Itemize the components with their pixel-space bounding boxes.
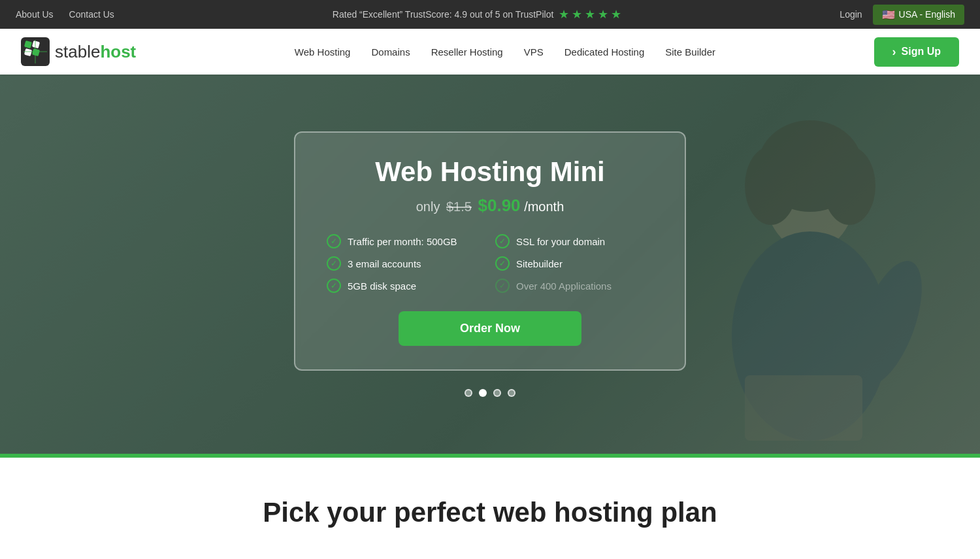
promo-card: Web Hosting Mini only $1.5 $0.90 /month … [294,131,686,371]
flag-icon: 🇺🇸 [882,8,895,21]
below-fold-section: Pick your perfect web hosting plan [0,458,980,549]
star-4: ★ [598,7,608,22]
nav-dedicated-hosting[interactable]: Dedicated Hosting [564,46,645,58]
carousel-dots [465,389,515,397]
hero-section: Web Hosting Mini only $1.5 $0.90 /month … [0,75,980,454]
order-now-button[interactable]: Order Now [399,311,581,346]
feature-email-text: 3 email accounts [348,258,421,269]
feature-diskspace-text: 5GB disk space [348,280,416,292]
dot-4[interactable] [508,389,515,397]
dot-2[interactable] [479,389,487,397]
star-2: ★ [572,7,582,22]
nav-web-hosting[interactable]: Web Hosting [295,46,351,58]
nav-links: Web Hosting Domains Reseller Hosting VPS… [295,46,715,58]
check-icon-sitebuilder: ✓ [495,256,510,271]
feature-ssl-text: SSL for your domain [516,236,605,247]
feature-apps-text: Over 400 Applications [516,280,612,292]
promo-title: Web Hosting Mini [327,156,653,188]
new-price: $0.90 [478,195,520,215]
lang-label: USA - English [899,9,955,20]
logo-icon [21,37,50,66]
feature-ssl: ✓ SSL for your domain [495,234,653,248]
star-1: ★ [559,7,569,22]
feature-traffic: ✓ Traffic per month: 500GB [327,234,485,248]
star-3: ★ [585,7,595,22]
dot-3[interactable] [493,389,501,397]
promo-pricing: only $1.5 $0.90 /month [327,195,653,216]
dot-1[interactable] [465,389,472,397]
feature-traffic-text: Traffic per month: 500GB [348,236,457,247]
features-list: ✓ Traffic per month: 500GB ✓ SSL for you… [327,234,653,293]
chevron-right-icon: › [892,45,896,59]
check-icon-diskspace: ✓ [327,279,341,293]
feature-sitebuilder-text: Sitebuilder [516,258,563,269]
top-bar: About Us Contact Us Rated “Excellent” Tr… [0,0,980,29]
top-bar-right: Login 🇺🇸 USA - English [840,5,964,25]
nav-domains[interactable]: Domains [371,46,410,58]
check-icon-ssl: ✓ [495,234,510,248]
star-5: ★ [611,7,621,22]
star-rating: ★ ★ ★ ★ ★ [559,7,621,22]
only-label: only [416,199,440,214]
main-nav: stablehost Web Hosting Domains Reseller … [0,29,980,75]
check-icon-apps: ✓ [495,279,510,293]
check-icon-email: ✓ [327,256,341,271]
signup-button[interactable]: › Sign Up [874,37,959,67]
logo-text: stablehost [55,42,136,62]
login-link[interactable]: Login [840,9,862,20]
per-month-label: /month [524,199,564,214]
top-bar-links: About Us Contact Us [16,9,114,20]
logo[interactable]: stablehost [21,37,136,66]
feature-diskspace: ✓ 5GB disk space [327,279,485,293]
language-selector[interactable]: 🇺🇸 USA - English [873,5,964,25]
section-heading: Pick your perfect web hosting plan [21,497,959,528]
signup-label: Sign Up [902,46,941,58]
check-icon-traffic: ✓ [327,234,341,248]
old-price: $1.5 [446,199,472,214]
about-us-link[interactable]: About Us [16,9,54,20]
feature-email: ✓ 3 email accounts [327,256,485,271]
feature-sitebuilder: ✓ Sitebuilder [495,256,653,271]
hero-content: Web Hosting Mini only $1.5 $0.90 /month … [0,131,980,397]
nav-reseller-hosting[interactable]: Reseller Hosting [431,46,503,58]
trust-score: Rated “Excellent” TrustScore: 4.9 out of… [333,7,622,22]
feature-apps: ✓ Over 400 Applications [495,279,653,293]
trust-text: Rated “Excellent” TrustScore: 4.9 out of… [333,9,554,20]
nav-site-builder[interactable]: Site Builder [665,46,715,58]
nav-vps[interactable]: VPS [524,46,544,58]
contact-us-link[interactable]: Contact Us [69,9,114,20]
